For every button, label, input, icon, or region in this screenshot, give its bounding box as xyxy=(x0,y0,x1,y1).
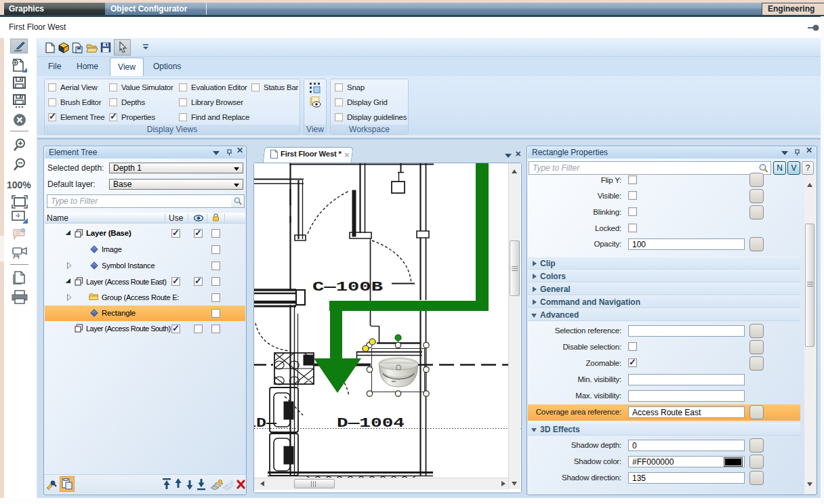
svg-text:lD—: lD— xyxy=(254,415,276,431)
svg-text:C—100B: C—100B xyxy=(312,279,384,295)
svg-text:D—1004: D—1004 xyxy=(337,415,405,431)
